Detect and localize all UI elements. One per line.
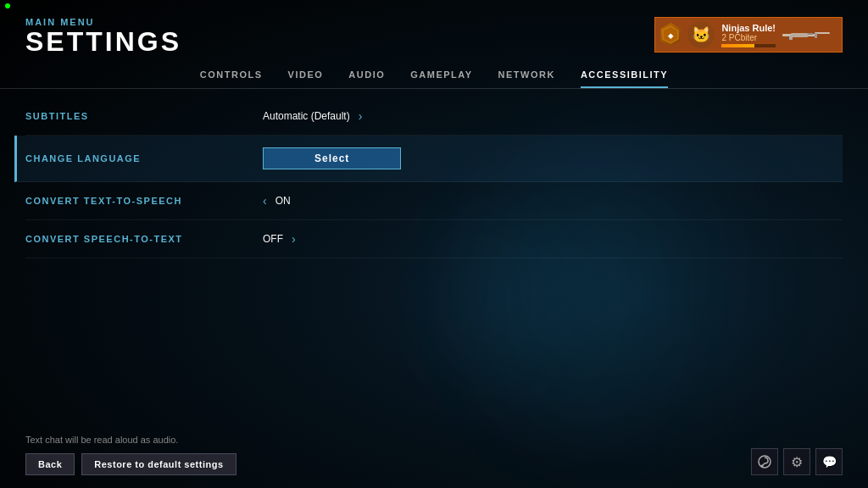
- xp-bar: [721, 44, 776, 47]
- bottom-area: Text chat will be read aloud as audio. B…: [0, 426, 868, 488]
- tab-gameplay[interactable]: GAMEPLAY: [410, 69, 472, 88]
- svg-rect-5: [789, 36, 793, 40]
- steam-icon: [757, 454, 772, 469]
- chat-icon: 💬: [822, 455, 837, 469]
- main-content: MAIN MENU SETTINGS ◆ 🐱 Ninjas Rule! 2 PC…: [0, 0, 868, 488]
- stt-value-text: OFF: [263, 233, 283, 245]
- bottom-left: Text chat will be read aloud as audio. B…: [25, 435, 236, 475]
- settings-row-tts: CONVERT TEXT-TO-SPEECH ‹ ON: [25, 182, 843, 220]
- restore-defaults-button[interactable]: Restore to default settings: [81, 453, 236, 475]
- avatar: 🐱: [687, 21, 715, 48]
- chevron-right-stt-icon: ›: [292, 232, 296, 246]
- page-title: SETTINGS: [25, 27, 181, 57]
- subtitles-label: SUBTITLES: [25, 111, 263, 121]
- settings-button[interactable]: ⚙: [783, 448, 810, 475]
- chevron-left-icon: ‹: [263, 194, 267, 208]
- language-value: Select: [263, 147, 401, 169]
- select-button[interactable]: Select: [263, 147, 401, 169]
- xp-fill: [721, 44, 754, 47]
- bottom-buttons: Back Restore to default settings: [25, 453, 236, 475]
- bottom-right: ⚙ 💬: [751, 448, 843, 475]
- steam-button[interactable]: [751, 448, 778, 475]
- tab-accessibility[interactable]: ACCESSIBILITY: [581, 69, 668, 88]
- subtitles-value-text: Automatic (Default): [263, 110, 350, 122]
- weapon-icon: [782, 27, 833, 42]
- settings-row-language: CHANGE LANGUAGE Select: [14, 136, 843, 182]
- chat-button[interactable]: 💬: [815, 448, 843, 475]
- settings-row-stt: CONVERT SPEECH-TO-TEXT OFF ›: [25, 220, 843, 258]
- chevron-right-icon: ›: [359, 109, 363, 123]
- user-name: Ninjas Rule!: [721, 23, 776, 33]
- language-label: CHANGE LANGUAGE: [25, 153, 263, 164]
- rank-badge: ◆: [660, 23, 681, 47]
- tab-audio[interactable]: AUDIO: [348, 69, 385, 88]
- tab-controls[interactable]: CONTROLS: [200, 69, 263, 88]
- tab-network[interactable]: NETWORK: [498, 69, 555, 88]
- header: MAIN MENU SETTINGS ◆ 🐱 Ninjas Rule! 2 PC…: [0, 0, 868, 57]
- back-button[interactable]: Back: [25, 453, 75, 475]
- stt-value: OFF ›: [263, 232, 296, 246]
- tts-label: CONVERT TEXT-TO-SPEECH: [25, 196, 263, 206]
- status-indicator: [5, 3, 10, 8]
- svg-text:◆: ◆: [667, 32, 674, 40]
- stt-label: CONVERT SPEECH-TO-TEXT: [25, 234, 263, 244]
- user-rank: 2 PCbiter: [721, 33, 776, 42]
- settings-area: SUBTITLES Automatic (Default) › CHANGE L…: [0, 89, 868, 426]
- tab-video[interactable]: VIDEO: [288, 69, 324, 88]
- user-info: Ninjas Rule! 2 PCbiter: [721, 23, 776, 47]
- gear-icon: ⚙: [791, 454, 803, 470]
- hint-text: Text chat will be read aloud as audio.: [25, 435, 236, 445]
- svg-rect-6: [808, 33, 813, 35]
- tts-value-text: ON: [275, 195, 291, 207]
- user-profile: ◆ 🐱 Ninjas Rule! 2 PCbiter: [654, 17, 843, 53]
- svg-rect-7: [815, 33, 817, 38]
- subtitles-value: Automatic (Default) ›: [263, 109, 362, 123]
- nav-tabs: CONTROLS VIDEO AUDIO GAMEPLAY NETWORK AC…: [0, 61, 868, 89]
- svg-point-9: [761, 465, 764, 468]
- tts-value: ‹ ON: [263, 194, 291, 208]
- svg-rect-4: [791, 33, 808, 37]
- title-section: MAIN MENU SETTINGS: [25, 17, 181, 57]
- settings-row-subtitles: SUBTITLES Automatic (Default) ›: [25, 97, 843, 136]
